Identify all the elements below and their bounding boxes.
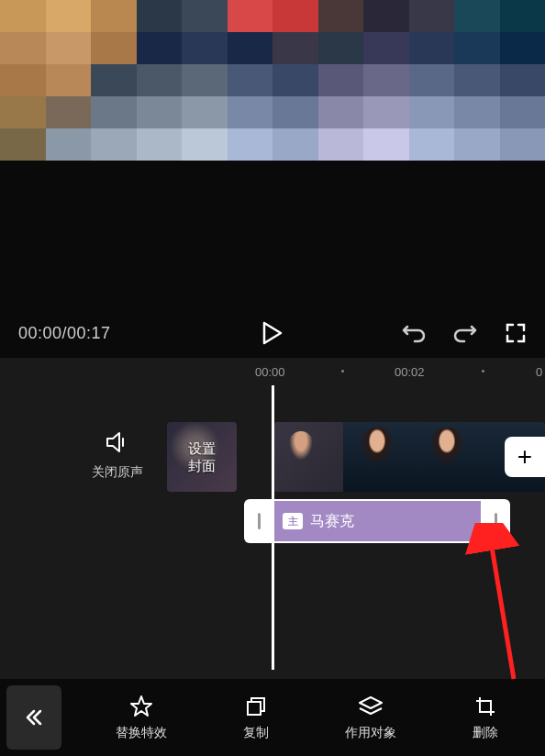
- playhead[interactable]: [272, 385, 274, 670]
- target-button[interactable]: 作用对象: [345, 694, 396, 741]
- tool-label: 删除: [473, 725, 498, 741]
- annotation-arrow: [385, 523, 532, 688]
- clip-frame[interactable]: [343, 422, 413, 492]
- preview-lower: 00:00/00:17: [0, 161, 545, 358]
- layers-icon: [358, 694, 384, 719]
- delete-button[interactable]: 删除: [473, 694, 498, 741]
- effect-handle-left[interactable]: [244, 499, 273, 543]
- tool-label: 替换特效: [116, 725, 167, 741]
- add-clip-button[interactable]: +: [505, 437, 545, 477]
- clip-frame[interactable]: [413, 422, 483, 492]
- speaker-icon: [92, 431, 143, 457]
- mute-audio-button[interactable]: 关闭原声: [92, 431, 143, 481]
- mute-label: 关闭原声: [92, 464, 143, 481]
- ruler-mark: 00:00: [255, 365, 285, 379]
- video-preview[interactable]: [0, 0, 545, 161]
- ruler-tick: [482, 370, 484, 372]
- ruler-tick: [341, 370, 344, 372]
- effect-clip[interactable]: 主 马赛克: [244, 499, 510, 543]
- ruler-mark: 0: [536, 365, 542, 379]
- star-icon: [129, 694, 153, 719]
- fullscreen-button[interactable]: [505, 322, 527, 344]
- svg-rect-1: [248, 702, 261, 715]
- copy-button[interactable]: 复制: [243, 694, 269, 741]
- chevron-double-left-icon: [23, 706, 45, 728]
- cover-label: 设置封面: [188, 439, 216, 475]
- undo-button[interactable]: [402, 323, 426, 343]
- crop-icon: [474, 694, 496, 719]
- playback-controls: 00:00/00:17: [0, 322, 545, 344]
- copy-icon: [245, 694, 267, 719]
- effect-label: 马赛克: [310, 512, 354, 531]
- tool-label: 作用对象: [345, 725, 396, 741]
- play-button[interactable]: [262, 321, 283, 345]
- tool-label: 复制: [243, 725, 269, 741]
- replace-effect-button[interactable]: 替换特效: [116, 694, 167, 741]
- time-display: 00:00/00:17: [18, 324, 111, 343]
- svg-line-0: [491, 541, 514, 679]
- ruler-mark: 00:02: [395, 365, 425, 379]
- effect-badge: 主: [283, 513, 303, 529]
- clip-frame[interactable]: [273, 422, 343, 492]
- mosaic-overlay: [0, 0, 545, 161]
- set-cover-button[interactable]: 设置封面: [167, 422, 237, 492]
- plus-icon: +: [517, 442, 532, 472]
- timeline-ruler[interactable]: 00:00 00:02 0: [0, 358, 545, 385]
- redo-button[interactable]: [453, 323, 477, 343]
- collapse-button[interactable]: [6, 685, 61, 750]
- effect-body[interactable]: 主 马赛克: [273, 499, 481, 543]
- effect-handle-right[interactable]: [481, 499, 510, 543]
- bottom-toolbar: 替换特效 复制 作用对象 删除: [0, 679, 545, 756]
- timeline[interactable]: 关闭原声 设置封面 + 主 马赛克: [0, 385, 545, 679]
